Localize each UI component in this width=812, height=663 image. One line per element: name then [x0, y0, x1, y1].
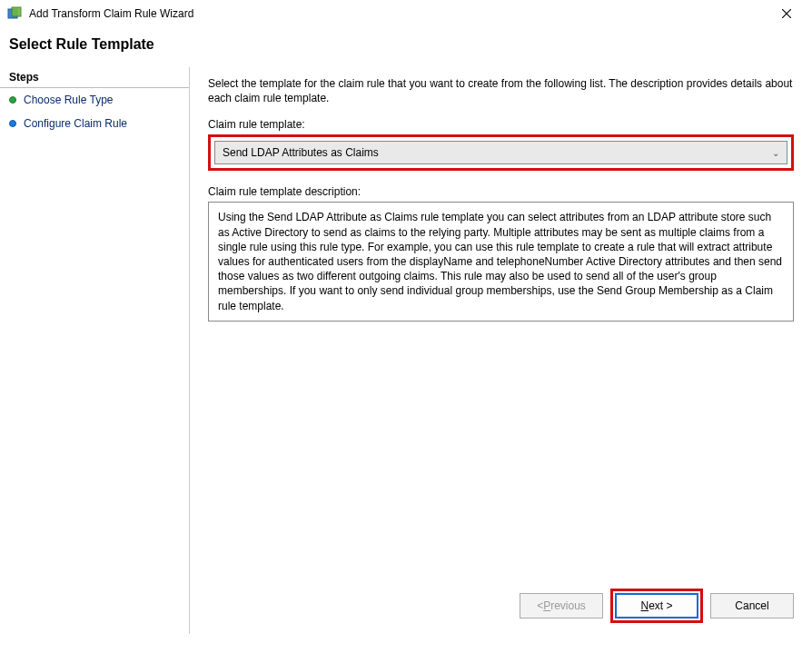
next-button[interactable]: Next > — [615, 593, 698, 618]
titlebar: Add Transform Claim Rule Wizard — [0, 0, 812, 27]
main-panel: Select the template for the claim rule t… — [189, 67, 812, 634]
step-label: Choose Rule Type — [24, 94, 114, 106]
next-button-highlight: Next > — [610, 589, 703, 623]
btn-label: Cancel — [735, 599, 768, 612]
close-button[interactable] — [768, 1, 805, 26]
step-choose-rule-type[interactable]: Choose Rule Type — [0, 88, 189, 112]
step-configure-claim-rule[interactable]: Configure Claim Rule — [0, 112, 189, 135]
template-field-label: Claim rule template: — [208, 118, 794, 131]
steps-heading: Steps — [0, 67, 189, 88]
template-combo-highlight: Send LDAP Attributes as Claims ⌄ — [208, 134, 794, 171]
window-title: Add Transform Claim Rule Wizard — [29, 7, 768, 20]
step-bullet-icon — [9, 96, 16, 104]
btn-prefix: < — [537, 599, 543, 612]
page-title: Select Rule Template — [9, 36, 803, 53]
btn-mnemonic: P — [543, 599, 550, 612]
wizard-body: Steps Choose Rule Type Configure Claim R… — [0, 67, 812, 634]
intro-text: Select the template for the claim rule t… — [208, 76, 794, 105]
steps-sidebar: Steps Choose Rule Type Configure Claim R… — [0, 67, 189, 634]
combo-selected-value: Send LDAP Attributes as Claims — [223, 146, 379, 159]
btn-suffix: revious — [550, 599, 586, 612]
step-bullet-icon — [9, 120, 16, 127]
description-label: Claim rule template description: — [208, 185, 794, 198]
btn-suffix: ext > — [649, 599, 672, 612]
step-label: Configure Claim Rule — [24, 117, 127, 130]
wizard-button-row: < Previous Next > Cancel — [520, 589, 794, 623]
previous-button: < Previous — [520, 593, 603, 618]
claim-rule-template-combobox[interactable]: Send LDAP Attributes as Claims ⌄ — [214, 141, 787, 164]
app-icon — [7, 6, 22, 21]
svg-rect-1 — [12, 7, 21, 16]
btn-mnemonic: N — [640, 599, 649, 612]
chevron-down-icon: ⌄ — [772, 148, 779, 158]
page-header: Select Rule Template — [0, 27, 812, 67]
cancel-button[interactable]: Cancel — [710, 593, 794, 618]
template-description: Using the Send LDAP Attribute as Claims … — [208, 202, 794, 321]
